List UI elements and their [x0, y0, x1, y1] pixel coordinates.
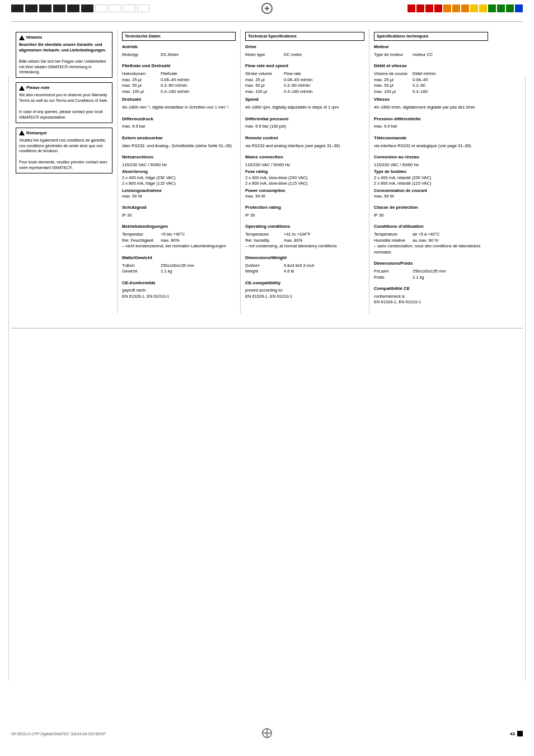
color-block-red4: [434, 4, 442, 12]
ce-de-row2: EN 61326-1, EN 61010-1: [122, 294, 236, 300]
remote-section: Remote control via RS232 and analog inte…: [245, 135, 364, 149]
consommation-value: max. 50 W: [374, 194, 488, 200]
dimensions-en-row1: DxWxH 9.8x3.9x5.3 inch: [245, 263, 364, 269]
color-block-orange2: [452, 4, 460, 12]
debit-row1: max. 25 µl 0.08–45: [374, 77, 488, 83]
stroke-vol-label: Stroke volume: [245, 71, 282, 77]
vitesse-title: Vitesse: [374, 97, 488, 103]
masse-row1: TxBxH 250x100x135 mm: [122, 263, 236, 269]
col3-header: Technical Specifications: [245, 32, 364, 41]
ce-fr-row1: conformément à:: [374, 294, 488, 300]
masse-row2-value: 2.1 kg: [161, 269, 236, 275]
schutz-section: Schutzgrad IP 30: [122, 205, 236, 218]
color-block-green3: [506, 4, 514, 12]
bar-block-7: [95, 4, 107, 12]
ce-de-title: CE-Konformität: [122, 280, 236, 287]
remarque-label: Remarque: [26, 130, 47, 136]
betriebs-row2-value: max. 80%: [161, 238, 236, 244]
hinweis-strong1: Beachten Sie ebenfalls unsere Garantie- …: [19, 43, 106, 52]
fliessrate-title: Fließrate und Drehzahl: [122, 63, 236, 69]
color-block-red2: [416, 4, 424, 12]
bar-block-6: [81, 4, 93, 12]
fuse-row1: 2 x 400 mA, slow-blow (230 VAC): [245, 175, 364, 181]
triangle-icon-remarque: [19, 130, 25, 135]
differenzdruck-title: Differenzdruck: [122, 116, 236, 123]
crosshair-circle: [261, 3, 273, 14]
debit-row1-label: max. 25 µl: [374, 77, 410, 83]
consommation-title: Consommation de courant: [374, 188, 427, 193]
connexion-value: 115/230 VAC / 50/60 Hz: [374, 162, 488, 168]
fliess-row3-label: max. 100 µl: [122, 89, 158, 95]
protection-title: Protection rating: [245, 205, 364, 211]
bottom-bar: 09 REGLO-CPF Digital/ISMATEC SA/24.04.02…: [0, 728, 534, 739]
weight-en-label: Weight: [245, 269, 282, 275]
antrieb-title: Antrieb: [122, 44, 236, 50]
absicherung-row2: 2 x 800 mA, träge (115 VAC): [122, 181, 236, 187]
protection-value: IP 30: [245, 213, 364, 219]
conditions-row2: Humidité relative au max. 80 %: [374, 238, 488, 244]
differenzdruck-value: max. 6.9 bar: [122, 124, 236, 130]
top-bar-left-blocks: [11, 4, 149, 12]
triangle-icon-please: [19, 86, 25, 91]
fliess-row2-value: 0.2–90 ml/min: [161, 83, 236, 89]
dimensions-fr-row2: Poids 2.1 kg: [374, 275, 488, 281]
masse-row2-label: Gewicht: [122, 269, 158, 275]
top-decorative-bar: [0, 0, 534, 17]
extern-value: über RS232- und Analog– Schnittstelle (s…: [122, 143, 236, 149]
dimensions-fr-section: Dimensions/Poids PxLaxH 250x100x135 mm P…: [374, 261, 488, 280]
classe-title: Classe de protection: [374, 205, 488, 211]
dimensions-en-title: Dimensions/Weight: [245, 255, 364, 261]
conditions-row1: Température de +5 à +40°C: [374, 232, 488, 238]
betriebs-row1: Temperatur +5 bis +40°C: [122, 232, 236, 238]
operating-row3: – not condensing, at normal laboratory c…: [245, 243, 364, 250]
fliess-row1: max. 25 µl 0.08–45 ml/min: [122, 77, 236, 83]
betriebs-row1-label: Temperatur: [122, 232, 158, 238]
vitesse-subsection: Vitesse 40–1800 t/min, digitalement régl…: [374, 97, 488, 110]
fuse-subsection: Fuse rating 2 x 400 mA, slow-blow (230 V…: [245, 169, 364, 186]
fuse-title: Fuse rating: [245, 169, 268, 174]
ce-fr-title: Compatibilité CE: [374, 286, 488, 292]
hinweis-label: Hinweis: [26, 35, 42, 40]
motortyp-label: Motortyp: [122, 52, 158, 58]
drive-section: Drive Motor type DC motor: [245, 44, 364, 58]
diff-pressure-section: Differential pressure max. 6.9 bar (100 …: [245, 116, 364, 130]
fliess-row1-label: max. 25 µl: [122, 77, 158, 83]
absicherung-row1: 2 x 400 mA, träge (230 VAC): [122, 175, 236, 181]
pression-value: max. 6.9 bar: [374, 124, 488, 130]
flow-title: Flow rate and speed: [245, 63, 364, 69]
hinweis-text2: Bitte setzen Sie sich bei Fragen oder Un…: [19, 59, 109, 75]
debit-row2-label: max. 50 µl: [374, 83, 410, 89]
main-content: Hinweis Beachten Sie ebenfalls unsere Ga…: [0, 26, 534, 325]
left-margin-rule: [8, 76, 9, 680]
netz-title: Netzanschluss: [122, 154, 236, 161]
flow-rate-label: Flow rate: [284, 71, 364, 77]
ce-fr-row2: EN 61326-1, EN 61010-1: [374, 299, 488, 306]
moteur-row: Type de moteur moteur CC: [374, 52, 488, 58]
hub-header-row: Hubvolumen Fließrate: [122, 71, 236, 77]
fusibles-subsection: Type de fusibles 2 x 400 mA, retardé (23…: [374, 169, 488, 186]
betriebs-row1-value: +5 bis +40°C: [161, 232, 236, 238]
motor-type-label: Motor type: [245, 52, 282, 58]
please-note-title: Please note: [19, 85, 109, 91]
page-wrapper: Hinweis Beachten Sie ebenfalls unsere Ga…: [0, 0, 534, 756]
dimensions-fr-row1: PxLaxH 250x100x135 mm: [374, 269, 488, 275]
pression-title: Pression différentielle: [374, 116, 488, 123]
color-block-orange1: [443, 4, 451, 12]
power-title: Power consumption: [245, 188, 285, 193]
page-block-icon: [517, 731, 523, 736]
drehzahl-subsection: Drehzahl 40–1800 min⁻¹, digital einstell…: [122, 97, 236, 110]
masse-section: Maße/Gewicht TxBxH 250x100x135 mm Gewich…: [122, 255, 236, 275]
flow-header-row: Stroke volume Flow rate: [245, 71, 364, 77]
drehzahl-title: Drehzahl: [122, 97, 236, 103]
debit-rate-label: Débit ml/min: [413, 71, 488, 77]
humidity-fr-value: au max. 80 %: [413, 238, 488, 244]
pxlaxh-label: PxLaxH: [374, 269, 410, 275]
dimensions-en-section: Dimensions/Weight DxWxH 9.8x3.9x5.3 inch…: [245, 255, 364, 275]
fliess-row2-label: max. 50 µl: [122, 83, 158, 89]
please-note-text1: We also recommend you to observe your Wa…: [19, 92, 109, 104]
bar-block-3: [39, 4, 51, 12]
remarque-box: Remarque Veuillez lire également nos con…: [16, 128, 113, 173]
fusibles-title: Type de fusibles: [374, 169, 406, 174]
differenzdruck-section: Differenzdruck max. 6.9 bar: [122, 116, 236, 130]
ce-en-row2: EN 61326-1, EN 61010-1: [245, 294, 364, 300]
